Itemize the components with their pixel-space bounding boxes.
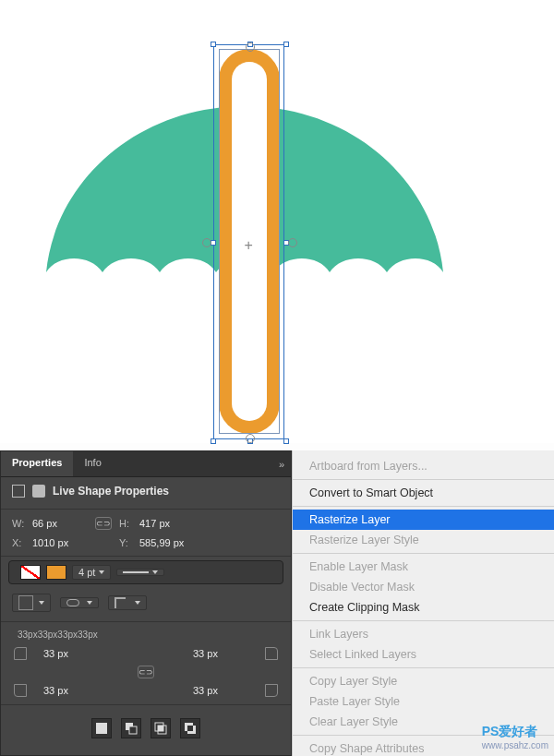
tab-info[interactable]: Info — [73, 451, 112, 476]
svg-rect-0 — [96, 723, 107, 734]
panel-menu-icon[interactable]: » — [272, 451, 291, 476]
menu-separator — [293, 506, 554, 507]
pathop-subtract-icon[interactable] — [121, 718, 141, 738]
corner-tr-field[interactable]: 33 px — [193, 648, 248, 659]
properties-panel: Properties Info » Live Shape Properties … — [0, 450, 292, 756]
transform-handle[interactable] — [211, 438, 216, 444]
path-anchor-icon[interactable] — [202, 238, 211, 247]
path-anchor-icon[interactable] — [246, 434, 255, 443]
tab-properties[interactable]: Properties — [1, 451, 73, 476]
fill-stroke-row: 4 pt — [8, 560, 283, 584]
height-label: H: — [119, 518, 132, 529]
menu-item[interactable]: Rasterize Layer — [293, 510, 554, 530]
width-label: W: — [12, 518, 25, 529]
stroke-style-select[interactable] — [116, 569, 164, 576]
corner-tl-field[interactable]: 33 px — [43, 648, 99, 659]
panel-subtitle: Live Shape Properties — [53, 485, 169, 498]
height-field[interactable]: 417 px — [139, 518, 195, 529]
pathop-intersect-icon[interactable] — [151, 718, 171, 738]
svg-rect-8 — [187, 726, 193, 731]
stroke-width-select[interactable]: 4 pt — [72, 565, 111, 580]
menu-item: Link Layers — [293, 624, 554, 644]
corner-tl-icon — [14, 647, 27, 660]
menu-item: Disable Vector Mask — [293, 577, 554, 597]
stroke-corners-select[interactable] — [108, 595, 147, 610]
x-label: X: — [12, 537, 25, 548]
svg-rect-5 — [158, 726, 163, 731]
corner-br-field[interactable]: 33 px — [193, 685, 248, 696]
menu-item: Rasterize Layer Style — [293, 530, 554, 550]
menu-item: Enable Layer Mask — [293, 557, 554, 577]
corner-br-icon — [265, 684, 278, 697]
transform-handle[interactable] — [211, 42, 216, 47]
pathop-exclude-icon[interactable] — [180, 718, 200, 738]
corner-bl-icon — [14, 684, 27, 697]
shape-mask-icon — [32, 485, 45, 498]
menu-item[interactable]: Convert to Smart Object — [293, 483, 554, 503]
link-wh-icon[interactable]: ⊂⊃ — [95, 517, 112, 530]
x-field[interactable]: 1010 px — [32, 537, 88, 548]
stroke-align-select[interactable] — [12, 594, 51, 612]
context-menu: Artboard from Layers...Convert to Smart … — [292, 450, 554, 756]
menu-separator — [293, 479, 554, 480]
y-label: Y: — [119, 537, 132, 548]
stroke-swatch[interactable] — [46, 565, 66, 580]
menu-separator — [293, 553, 554, 554]
corner-tr-icon — [265, 647, 278, 660]
svg-rect-2 — [129, 726, 137, 734]
canvas[interactable] — [0, 0, 554, 443]
stroke-caps-select[interactable] — [60, 597, 99, 608]
menu-item: Paste Layer Style — [293, 691, 554, 712]
transform-handle[interactable] — [283, 42, 289, 47]
menu-item: Select Linked Layers — [293, 644, 554, 665]
y-field[interactable]: 585,99 px — [139, 537, 195, 548]
menu-item[interactable]: Create Clipping Mask — [293, 597, 554, 618]
menu-item: Artboard from Layers... — [293, 456, 554, 476]
menu-separator — [293, 620, 554, 621]
width-field[interactable]: 66 px — [32, 518, 88, 529]
menu-separator — [293, 667, 554, 668]
transform-handle[interactable] — [283, 438, 289, 444]
watermark: PS爱好者 www.psahz.com — [482, 724, 548, 750]
reference-point-icon[interactable] — [245, 237, 256, 248]
corner-bl-field[interactable]: 33 px — [43, 685, 99, 696]
menu-item: Copy Layer Style — [293, 671, 554, 691]
link-corners-icon[interactable]: ⊂⊃ — [138, 666, 154, 678]
selected-shape-bounding-box[interactable] — [213, 44, 286, 441]
path-anchor-icon[interactable] — [288, 238, 297, 247]
shape-outline-icon — [12, 485, 25, 498]
fill-swatch[interactable] — [20, 565, 41, 580]
radius-summary: 33px33px33px33px — [1, 626, 291, 643]
path-anchor-icon[interactable] — [246, 42, 255, 52]
pathop-unite-icon[interactable] — [91, 718, 112, 738]
